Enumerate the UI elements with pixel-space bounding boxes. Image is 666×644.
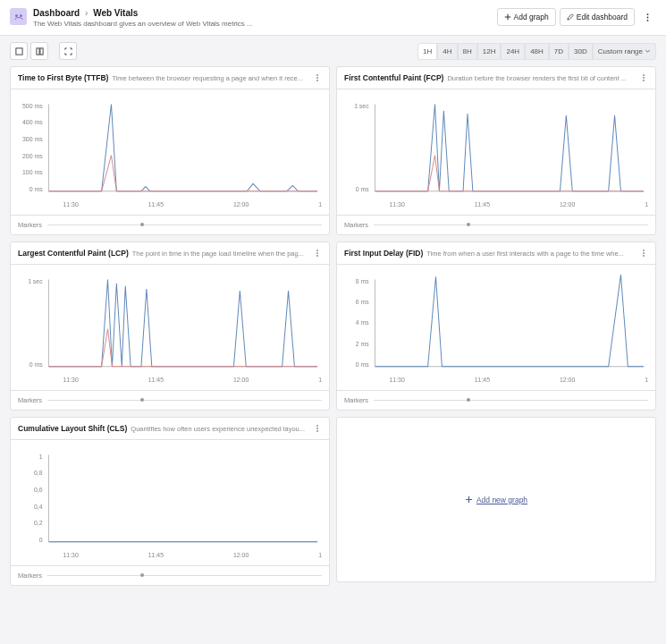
svg-point-8 — [316, 74, 317, 75]
markers-timeline[interactable] — [374, 400, 648, 401]
svg-point-10 — [316, 80, 317, 80]
custom-range-button[interactable]: Custom range — [593, 43, 656, 60]
add-graph-button[interactable]: Add graph — [497, 8, 556, 26]
svg-text:11:30: 11:30 — [390, 201, 405, 208]
svg-text:400 ms: 400 ms — [22, 119, 43, 126]
card-title: Cumulative Layout Shift (CLS) — [18, 424, 127, 433]
card-description: Time from when a user first interacts wi… — [426, 250, 636, 258]
card-header: First Contentful Paint (FCP) Duration be… — [337, 67, 655, 89]
card-description: Duration before the browser renders the … — [447, 74, 636, 82]
svg-point-1 — [20, 14, 22, 17]
svg-point-36 — [316, 255, 317, 256]
chart-plot: 10,80,60,40,20 11:3011:4512:0012:15 — [11, 440, 329, 565]
svg-text:0 ms: 0 ms — [30, 361, 43, 369]
card-menu-button[interactable] — [313, 249, 322, 258]
range-7D[interactable]: 7D — [549, 43, 569, 60]
breadcrumb-separator: › — [85, 8, 88, 18]
header-actions: Add graph Edit dashboard — [497, 8, 656, 26]
add-new-graph-link[interactable]: Add new graph — [465, 496, 527, 504]
svg-point-9 — [316, 77, 317, 78]
svg-point-34 — [316, 250, 317, 250]
svg-text:12:15: 12:15 — [318, 552, 322, 559]
svg-text:0,4: 0,4 — [34, 503, 43, 510]
range-12H[interactable]: 12H — [477, 43, 502, 60]
svg-text:2 ms: 2 ms — [356, 340, 369, 347]
empty-card: Add new graph — [336, 417, 656, 582]
svg-text:300 ms: 300 ms — [22, 136, 43, 143]
svg-text:11:30: 11:30 — [63, 201, 79, 208]
svg-rect-5 — [15, 47, 21, 54]
card-header: Cumulative Layout Shift (CLS) Quantifies… — [11, 418, 329, 440]
svg-point-25 — [643, 80, 644, 80]
svg-text:1 sec: 1 sec — [354, 102, 369, 109]
svg-text:0,6: 0,6 — [34, 487, 43, 494]
svg-point-24 — [643, 77, 644, 78]
svg-text:12:00: 12:00 — [233, 377, 249, 384]
svg-point-60 — [316, 428, 317, 428]
svg-text:12:00: 12:00 — [233, 201, 249, 208]
breadcrumb-root[interactable]: Dashboard — [33, 8, 80, 18]
svg-text:11:30: 11:30 — [63, 377, 79, 384]
markers-row: Markers — [11, 215, 329, 234]
card-description: Quantifies how often users experience un… — [131, 425, 309, 433]
fullscreen-button[interactable] — [59, 42, 77, 60]
svg-point-2 — [646, 13, 648, 15]
layout-single-button[interactable] — [10, 42, 28, 60]
svg-text:12:00: 12:00 — [560, 377, 575, 384]
svg-text:11:45: 11:45 — [148, 201, 164, 208]
svg-text:12:15: 12:15 — [645, 201, 648, 208]
svg-text:500 ms: 500 ms — [22, 102, 43, 109]
markers-timeline[interactable] — [374, 225, 648, 225]
svg-rect-7 — [39, 47, 42, 54]
svg-text:11:30: 11:30 — [63, 552, 79, 559]
svg-text:6 ms: 6 ms — [356, 299, 369, 306]
card-menu-button[interactable] — [639, 73, 648, 82]
range-8H[interactable]: 8H — [458, 43, 477, 60]
svg-text:12:15: 12:15 — [645, 377, 648, 384]
range-1H[interactable]: 1H — [417, 43, 437, 60]
svg-point-59 — [316, 425, 317, 426]
svg-text:11:45: 11:45 — [475, 377, 490, 384]
layout-controls — [10, 42, 77, 60]
card-header: Largest Contentful Paint (LCP) The point… — [11, 242, 329, 265]
svg-point-3 — [646, 16, 648, 18]
chart-card-0: Time to First Byte (TTFB) Time between t… — [10, 66, 330, 235]
page-subtitle: The Web Vitals dashboard gives an overvi… — [33, 20, 497, 28]
svg-text:1 sec: 1 sec — [28, 277, 43, 284]
card-menu-button[interactable] — [639, 249, 648, 258]
card-menu-button[interactable] — [313, 73, 322, 82]
markers-timeline[interactable] — [47, 575, 322, 576]
markers-label: Markers — [344, 221, 368, 229]
svg-text:12:15: 12:15 — [318, 201, 322, 208]
range-30D[interactable]: 30D — [569, 43, 593, 60]
header-titles: Dashboard › Web Vitals The Web Vitals da… — [33, 8, 497, 28]
svg-point-23 — [643, 74, 644, 75]
svg-text:200 ms: 200 ms — [22, 152, 43, 159]
dashboard-menu-button[interactable] — [638, 8, 656, 26]
svg-point-45 — [643, 250, 644, 250]
card-header: First Input Delay (FID) Time from when a… — [337, 242, 655, 265]
svg-text:0,8: 0,8 — [34, 470, 43, 477]
markers-row: Markers — [11, 390, 329, 410]
chart-plot: 1 sec0 ms 11:3011:4512:0012:15 — [11, 265, 329, 390]
chart-card-2: Largest Contentful Paint (LCP) The point… — [10, 242, 330, 411]
chart-plot: 1 sec0 ms 11:3011:4512:0012:15 — [337, 89, 655, 215]
svg-point-61 — [316, 430, 317, 431]
chart-plot: 500 ms400 ms300 ms200 ms100 ms0 ms 11:30… — [11, 89, 329, 215]
svg-text:8 ms: 8 ms — [356, 277, 369, 284]
chart-card-1: First Contentful Paint (FCP) Duration be… — [336, 66, 656, 235]
range-48H[interactable]: 48H — [525, 43, 549, 60]
card-menu-button[interactable] — [313, 424, 322, 433]
toolbar: 1H4H8H12H24H48H7D30DCustom range — [0, 36, 666, 66]
markers-timeline[interactable] — [47, 400, 322, 401]
dashboard-icon — [10, 8, 27, 25]
layout-split-button[interactable] — [30, 42, 48, 60]
card-description: The point in time in the page load timel… — [132, 250, 309, 258]
edit-dashboard-button[interactable]: Edit dashboard — [560, 8, 635, 26]
card-title: Largest Contentful Paint (LCP) — [18, 249, 129, 258]
svg-point-35 — [316, 252, 317, 253]
markers-timeline[interactable] — [47, 225, 322, 225]
range-4H[interactable]: 4H — [437, 43, 457, 60]
range-24H[interactable]: 24H — [501, 43, 525, 60]
svg-point-46 — [643, 252, 644, 253]
